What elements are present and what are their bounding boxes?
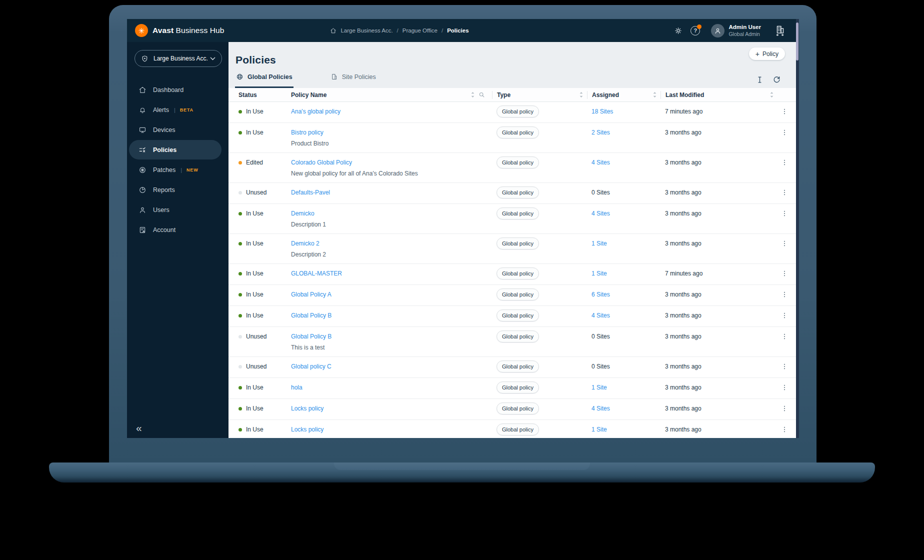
policy-name-cell: Defaults-Pavel <box>291 188 492 196</box>
refresh-icon[interactable] <box>772 76 781 84</box>
tab-site-policies[interactable]: Site Policies <box>330 73 377 88</box>
breadcrumb-item[interactable]: Prague Office <box>402 28 438 34</box>
breadcrumb: Large Business Acc./Prague Office/Polici… <box>330 28 468 34</box>
sidebar-item-policies[interactable]: Policies | <box>129 140 222 160</box>
row-menu-button[interactable] <box>780 362 788 370</box>
brand-rest: Business Hub <box>174 26 224 34</box>
avatar[interactable] <box>711 24 724 38</box>
user-icon <box>138 206 146 214</box>
assigned-cell: 4 Sites <box>587 404 660 412</box>
sidebar-item-label: Users <box>153 206 170 214</box>
col-policy-name: Policy Name <box>291 91 492 99</box>
assigned-sites-link[interactable]: 1 Site <box>592 240 607 247</box>
sidebar-item-alerts[interactable]: Alerts | BETA <box>129 100 222 120</box>
row-menu-button[interactable] <box>780 158 788 166</box>
row-menu-button[interactable] <box>780 426 788 434</box>
policy-name-link[interactable]: Colorado Global Policy <box>291 158 352 166</box>
type-badge: Global policy <box>496 424 539 436</box>
sidebar-item-label: Dashboard <box>153 86 184 94</box>
sort-icon[interactable] <box>470 91 475 98</box>
assigned-sites-link[interactable]: 1 Site <box>592 384 607 391</box>
policy-name-link[interactable]: Global Policy A <box>291 290 332 298</box>
row-menu-button[interactable] <box>780 404 788 412</box>
table-row: In Use Bistro policy Product Bistro Glob… <box>228 123 796 153</box>
assigned-sites-link[interactable]: 6 Sites <box>592 291 610 298</box>
assigned-sites-link[interactable]: 4 Sites <box>592 159 610 166</box>
status-dot <box>238 110 242 114</box>
policy-name-link[interactable]: Bistro policy <box>291 128 324 136</box>
row-menu-button[interactable] <box>780 108 788 116</box>
status-text: In Use <box>246 312 264 320</box>
assigned-sites-link[interactable]: 4 Sites <box>592 405 610 412</box>
row-menu-button[interactable] <box>780 210 788 218</box>
policy-name-link[interactable]: Global Policy B <box>291 312 332 320</box>
policy-name-link[interactable]: Defaults-Pavel <box>291 188 330 196</box>
policy-name-link[interactable]: hola <box>291 384 302 392</box>
status-dot <box>238 191 242 194</box>
sidebar-item-devices[interactable]: Devices | <box>129 120 222 140</box>
add-policy-button[interactable]: + Policy <box>749 48 785 60</box>
sort-icon[interactable] <box>579 91 584 98</box>
row-menu-button[interactable] <box>780 312 788 320</box>
status-dot <box>238 335 242 338</box>
policy-name-cell: Global Policy A <box>291 290 492 298</box>
policy-name-link[interactable]: Demicko 2 <box>291 240 320 248</box>
help-icon[interactable]: ? <box>690 26 700 36</box>
row-menu-button[interactable] <box>780 188 788 196</box>
sort-icon[interactable] <box>652 91 657 98</box>
sidebar-item-users[interactable]: Users | <box>129 200 222 220</box>
user-block[interactable]: Admin User Global Admin <box>728 24 761 37</box>
assigned-sites-link[interactable]: 1 Site <box>592 426 607 433</box>
policy-name-link[interactable]: Locks policy <box>291 426 324 434</box>
policy-name-cell: hola <box>291 384 492 392</box>
text-cursor-icon[interactable] <box>756 76 764 84</box>
policy-name-link[interactable]: Global Policy B <box>291 332 332 340</box>
row-menu-button[interactable] <box>780 270 788 278</box>
assigned-sites-link[interactable]: 18 Sites <box>592 108 613 115</box>
row-menu-button[interactable] <box>780 384 788 392</box>
row-menu-button[interactable] <box>780 128 788 136</box>
status-dot <box>238 161 242 164</box>
policy-description: Description 2 <box>291 250 492 258</box>
account-selector[interactable]: Large Business Acc. <box>134 50 222 67</box>
table-row: In Use Demicko 2 Description 2 Global po… <box>228 234 796 264</box>
status-text: In Use <box>246 426 264 434</box>
policy-name-link[interactable]: GLOBAL-MASTER <box>291 270 342 278</box>
search-icon[interactable] <box>478 92 485 98</box>
assigned-cell: 6 Sites <box>587 290 660 298</box>
policy-name-link[interactable]: Locks policy <box>291 404 324 412</box>
sidebar-item-account[interactable]: Account | <box>129 220 222 240</box>
breadcrumb-item: Policies <box>447 28 468 34</box>
home-icon[interactable] <box>330 28 336 34</box>
assigned-sites-link[interactable]: 4 Sites <box>592 312 610 319</box>
status-dot <box>238 212 242 216</box>
status-cell: In Use <box>228 270 291 278</box>
avast-logo-icon[interactable]: ✳ <box>135 24 148 37</box>
status-dot <box>238 407 242 410</box>
type-cell: Global policy <box>492 426 587 436</box>
policy-name-link[interactable]: Global policy C <box>291 362 332 370</box>
sort-icon[interactable] <box>770 91 774 98</box>
scrollbar-thumb[interactable] <box>796 22 798 60</box>
table-row: Unused Defaults-Pavel Global policy 0 Si… <box>228 183 796 204</box>
row-menu-button[interactable] <box>780 332 788 340</box>
sidebar-item-patches[interactable]: Patches | NEW <box>129 160 222 180</box>
row-menu-button[interactable] <box>780 290 788 298</box>
breadcrumb-item[interactable]: Large Business Acc. <box>340 28 392 34</box>
sidebar-item-reports[interactable]: Reports | <box>129 180 222 200</box>
last-modified: 3 months ago <box>660 158 778 166</box>
assigned-sites-link[interactable]: 2 Sites <box>592 129 610 136</box>
row-menu-button[interactable] <box>780 240 788 248</box>
tab-global-policies[interactable]: Global Policies <box>235 73 294 88</box>
assigned-sites-link[interactable]: 4 Sites <box>592 210 610 217</box>
policy-name-link[interactable]: Ana's global policy <box>291 108 340 116</box>
status-text: Unused <box>246 188 266 196</box>
col-last-modified: Last Modified <box>660 91 778 99</box>
org-switcher-icon[interactable] <box>774 24 786 36</box>
assigned-sites-link[interactable]: 1 Site <box>592 270 607 277</box>
collapse-sidebar-button[interactable]: « <box>136 422 142 433</box>
gear-icon[interactable] <box>674 26 682 35</box>
status-text: Edited <box>246 158 263 166</box>
policy-name-link[interactable]: Demicko <box>291 210 314 218</box>
sidebar-item-dashboard[interactable]: Dashboard | <box>129 80 222 100</box>
